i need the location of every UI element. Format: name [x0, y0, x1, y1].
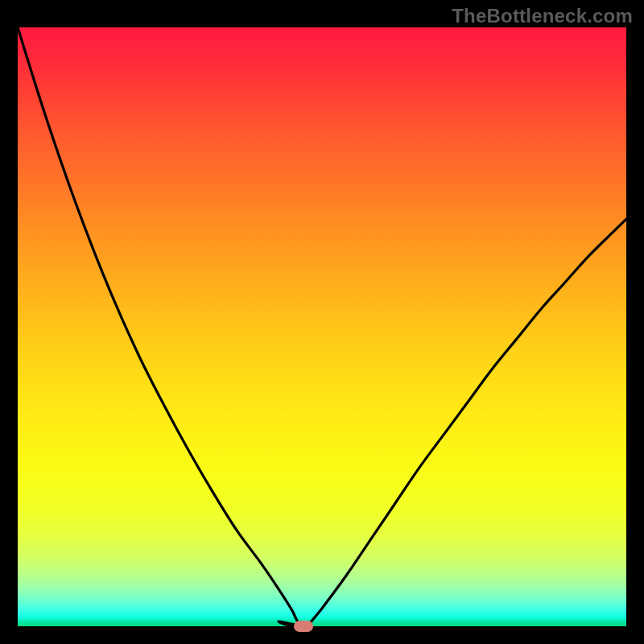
bottleneck-curve [18, 27, 626, 626]
plot-area [18, 27, 626, 626]
curve-layer [18, 27, 626, 626]
chart-stage: TheBottleneck.com [0, 0, 644, 644]
watermark-text: TheBottleneck.com [452, 5, 633, 27]
optimal-marker [294, 621, 313, 632]
